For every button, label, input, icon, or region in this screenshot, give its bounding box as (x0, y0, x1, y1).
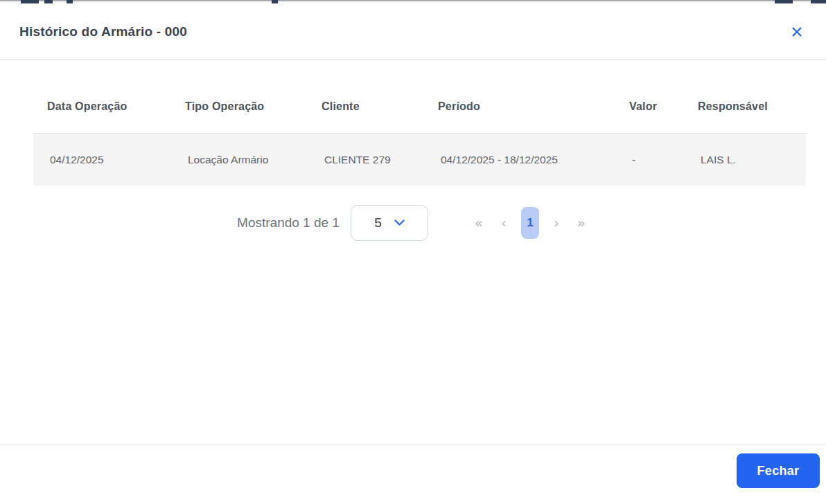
pagination-summary: Mostrando 1 de 1 (237, 215, 340, 231)
modal-title: Histórico do Armário - 000 (19, 24, 187, 39)
pagination-bar: Mostrando 1 de 1 5 « ‹ 1 › » (0, 205, 826, 241)
column-header-tipo-operacao: Tipo Operação (171, 100, 308, 133)
page-size-select[interactable]: 5 (351, 205, 428, 241)
modal-header: Histórico do Armário - 000 (0, 3, 826, 60)
cell-valor: - (615, 154, 684, 166)
column-header-responsavel: Responsável (684, 100, 806, 133)
history-table: Data Operação Tipo Operação Cliente Perí… (33, 60, 806, 186)
cell-cliente: CLIENTE 279 (308, 154, 424, 166)
column-header-cliente: Cliente (308, 100, 424, 133)
close-button[interactable] (787, 22, 807, 42)
column-header-valor: Valor (615, 100, 684, 133)
column-header-periodo: Período (424, 100, 615, 133)
first-page-button[interactable]: « (471, 215, 486, 231)
previous-page-button[interactable]: ‹ (496, 215, 511, 231)
last-page-button[interactable]: » (574, 215, 589, 231)
next-page-button[interactable]: › (549, 215, 564, 231)
cell-responsavel: LAIS L. (684, 154, 806, 166)
column-header-data-operacao: Data Operação (33, 100, 171, 133)
pagination-controls: « ‹ 1 › » (471, 207, 589, 239)
table-header-row: Data Operação Tipo Operação Cliente Perí… (33, 60, 806, 133)
page-1-button[interactable]: 1 (521, 207, 539, 239)
locker-history-modal: Histórico do Armário - 000 Data Operação… (0, 3, 826, 504)
table-row: 04/12/2025 Locação Armário CLIENTE 279 0… (33, 133, 806, 186)
cell-data-operacao: 04/12/2025 (33, 154, 171, 166)
background-page-edge-line (0, 0, 826, 1)
cell-periodo: 04/12/2025 - 18/12/2025 (424, 154, 615, 166)
page-size-value: 5 (374, 215, 382, 231)
footer-divider (0, 444, 826, 445)
cell-tipo-operacao: Locação Armário (171, 154, 308, 166)
fechar-button[interactable]: Fechar (737, 453, 820, 488)
close-icon (791, 26, 802, 37)
chevron-down-icon (394, 217, 405, 229)
